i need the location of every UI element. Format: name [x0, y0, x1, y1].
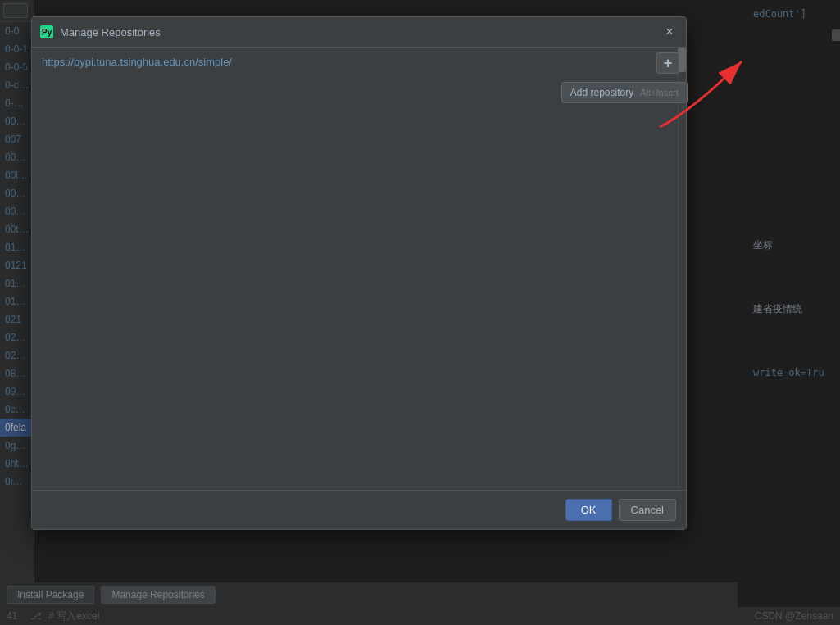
dialog-body: https://pypi.tuna.tsinghua.edu.cn/simple… [32, 48, 686, 529]
dialog-scrollbar[interactable] [678, 48, 686, 490]
dialog-actions-top: + Add repository Alt+Insert [650, 48, 686, 79]
cancel-button[interactable]: Cancel [619, 499, 676, 521]
dialog-title: Manage Repositories [60, 26, 655, 38]
tooltip-text: Add repository [570, 87, 633, 98]
dialog-close-button[interactable]: × [661, 24, 678, 40]
svg-text:Py: Py [42, 28, 52, 37]
add-repository-tooltip: Add repository Alt+Insert [561, 82, 688, 103]
pycharm-icon: Py [40, 25, 53, 38]
dialog-content: https://pypi.tuna.tsinghua.edu.cn/simple… [32, 48, 686, 490]
repo-list: https://pypi.tuna.tsinghua.edu.cn/simple… [32, 48, 686, 490]
add-btn-container: + Add repository Alt+Insert [656, 52, 679, 74]
manage-repositories-dialog: Py Manage Repositories × https://pypi.tu… [31, 16, 687, 530]
ok-button[interactable]: OK [565, 499, 612, 521]
dialog-titlebar: Py Manage Repositories × [32, 17, 686, 48]
repo-item[interactable]: https://pypi.tuna.tsinghua.edu.cn/simple… [32, 52, 686, 71]
tooltip-shortcut: Alt+Insert [640, 88, 679, 97]
add-repository-button[interactable]: + [656, 52, 679, 74]
dialog-footer: OK Cancel [32, 490, 686, 529]
